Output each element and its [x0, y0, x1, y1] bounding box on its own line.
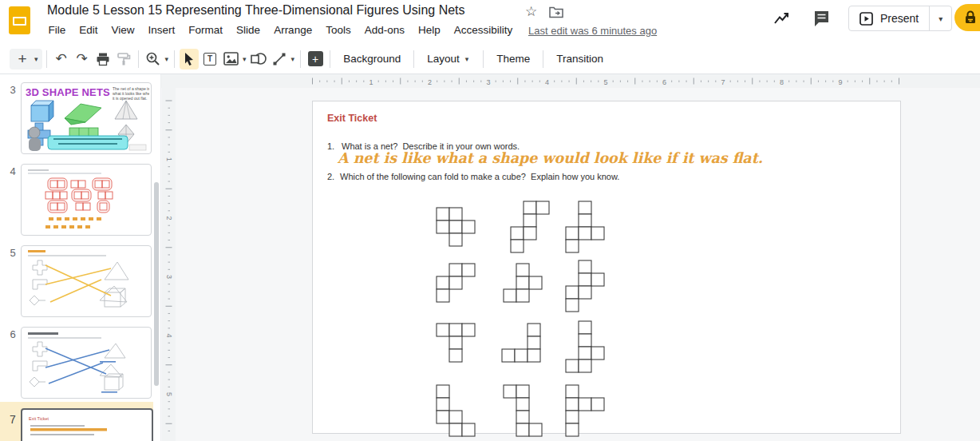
- slide-thumbnail-6[interactable]: [21, 327, 152, 399]
- blue-match-lines: [45, 348, 109, 383]
- slide-heading[interactable]: Exit Ticket: [327, 113, 377, 124]
- cube-net-11[interactable]: [503, 384, 543, 437]
- vertical-ruler-ticks: 12345: [162, 88, 176, 441]
- zoom-caret[interactable]: ▾: [164, 55, 171, 63]
- present-button[interactable]: Present: [849, 6, 929, 30]
- insert-image-caret[interactable]: ▾: [241, 55, 248, 63]
- cube-net-3[interactable]: [565, 201, 605, 253]
- slide-thumbnail-4[interactable]: [21, 164, 152, 236]
- insert-line-button[interactable]: [270, 49, 289, 70]
- svg-text:8: 8: [780, 78, 784, 86]
- vertical-ruler[interactable]: 12345: [162, 88, 176, 441]
- cube-net-8[interactable]: [501, 323, 541, 363]
- menu-insert[interactable]: Insert: [141, 22, 182, 38]
- cube-net-6[interactable]: [565, 260, 605, 312]
- net-outlines: [30, 260, 128, 307]
- toolbar-separator: [483, 50, 484, 68]
- slide3-poster-title: 3D SHAPE NETS: [26, 86, 110, 98]
- slides-logo[interactable]: [9, 6, 30, 34]
- figure-graphic: [29, 127, 41, 151]
- star-icon[interactable]: ☆: [525, 3, 537, 20]
- undo-button[interactable]: ↶: [52, 49, 71, 70]
- insert-shape-button[interactable]: [249, 49, 268, 70]
- menu-arrange[interactable]: Arrange: [267, 22, 319, 38]
- zoom-button[interactable]: [144, 49, 163, 70]
- question2-text[interactable]: Which of the following can fold to make …: [340, 172, 619, 181]
- filmstrip-scrollbar[interactable]: [154, 182, 159, 386]
- yellow-answer-marks: [45, 217, 101, 228]
- svg-text:9: 9: [838, 78, 842, 86]
- question1-number: 1.: [327, 141, 334, 151]
- background-button[interactable]: Background: [334, 49, 409, 70]
- menu-view[interactable]: View: [105, 22, 141, 38]
- slide-number-7[interactable]: 7: [6, 413, 19, 426]
- edit-toolbar: + ▾ ↶ ↷ ▾ T ▾ ▾ +: [0, 44, 980, 74]
- redo-button[interactable]: ↷: [73, 49, 92, 70]
- print-button[interactable]: [93, 49, 113, 70]
- background-label: Background: [343, 53, 401, 65]
- slide-number-6[interactable]: 6: [6, 328, 19, 340]
- text-box-icon: T: [204, 53, 216, 66]
- slide-thumbnail-3[interactable]: 3D SHAPE NETS The net of a shape is what…: [21, 82, 152, 154]
- cube-net-7[interactable]: [436, 323, 476, 363]
- menu-help[interactable]: Help: [411, 22, 447, 38]
- activity-dashboard-icon[interactable]: [771, 8, 792, 29]
- last-edit-link[interactable]: Last edit was 6 minutes ago: [528, 25, 657, 37]
- share-button[interactable]: [954, 4, 980, 31]
- svg-text:3: 3: [486, 78, 490, 86]
- slide-thumbnail-7-selected[interactable]: Exit Ticket: [21, 408, 153, 441]
- slide-number-4[interactable]: 4: [6, 165, 19, 177]
- slide-filmstrip: 34567 3D SHAPE NETS The net of a shape i…: [0, 74, 161, 441]
- handwritten-answer[interactable]: A net is like what a shape would look li…: [338, 149, 763, 166]
- cube-graphic: [31, 101, 53, 121]
- menu-edit[interactable]: Edit: [73, 22, 105, 38]
- new-slide-button[interactable]: +: [13, 49, 32, 70]
- horizontal-ruler[interactable]: 123456789: [176, 74, 980, 88]
- net-outlines: [30, 342, 125, 390]
- document-title[interactable]: Module 5 Lesson 15 Representing Three-Di…: [47, 3, 465, 18]
- toolbar-separator: [174, 50, 175, 68]
- menu-file[interactable]: File: [41, 22, 73, 38]
- select-tool-button[interactable]: [180, 49, 199, 70]
- menu-format[interactable]: Format: [182, 22, 230, 38]
- theme-button[interactable]: Theme: [488, 49, 539, 70]
- prism-graphic: [65, 104, 101, 138]
- menu-accessibility[interactable]: Accessibility: [447, 22, 520, 38]
- toolbar-separator: [300, 50, 301, 68]
- cube-net-9[interactable]: [565, 320, 605, 373]
- insert-placeholder-button[interactable]: +: [306, 49, 325, 70]
- comments-icon[interactable]: [811, 8, 832, 29]
- transition-button[interactable]: Transition: [547, 49, 612, 70]
- move-folder-icon[interactable]: [549, 6, 563, 22]
- new-slide-caret[interactable]: ▾: [33, 55, 40, 63]
- insert-image-button[interactable]: [221, 49, 240, 70]
- cube-net-2[interactable]: [510, 201, 550, 253]
- slide-editing-canvas[interactable]: Exit Ticket 1. What is a net? Describe i…: [312, 101, 901, 434]
- slide-thumbnail-5[interactable]: [21, 245, 152, 317]
- layout-button[interactable]: Layout▾: [418, 49, 479, 70]
- cube-net-12[interactable]: [565, 384, 605, 437]
- menu-add-ons[interactable]: Add-ons: [358, 22, 411, 38]
- menu-tools[interactable]: Tools: [319, 22, 358, 38]
- cube-net-5[interactable]: [503, 263, 543, 303]
- svg-text:5: 5: [165, 392, 173, 396]
- slide-number-5[interactable]: 5: [6, 247, 19, 259]
- svg-text:4: 4: [165, 333, 173, 337]
- toolbar-separator: [138, 50, 139, 68]
- cube-net-4[interactable]: [436, 263, 476, 303]
- paint-format-button[interactable]: [114, 49, 133, 70]
- menu-slide[interactable]: Slide: [230, 22, 267, 38]
- theme-label: Theme: [496, 53, 530, 65]
- slide-number-3[interactable]: 3: [6, 84, 19, 96]
- layout-caret: ▾: [464, 55, 471, 63]
- text-box-button[interactable]: T: [200, 49, 219, 70]
- svg-text:1: 1: [165, 157, 173, 161]
- insert-line-caret[interactable]: ▾: [290, 55, 297, 63]
- toolbar-separator: [330, 50, 330, 68]
- mini-exit-ticket-title: Exit Ticket: [29, 416, 49, 421]
- present-options-caret[interactable]: ▾: [929, 6, 951, 30]
- cube-net-10[interactable]: [436, 384, 476, 437]
- svg-text:it is opened out flat.: it is opened out flat.: [113, 96, 147, 101]
- cube-net-1[interactable]: [436, 207, 476, 247]
- poster-badge: [129, 145, 146, 150]
